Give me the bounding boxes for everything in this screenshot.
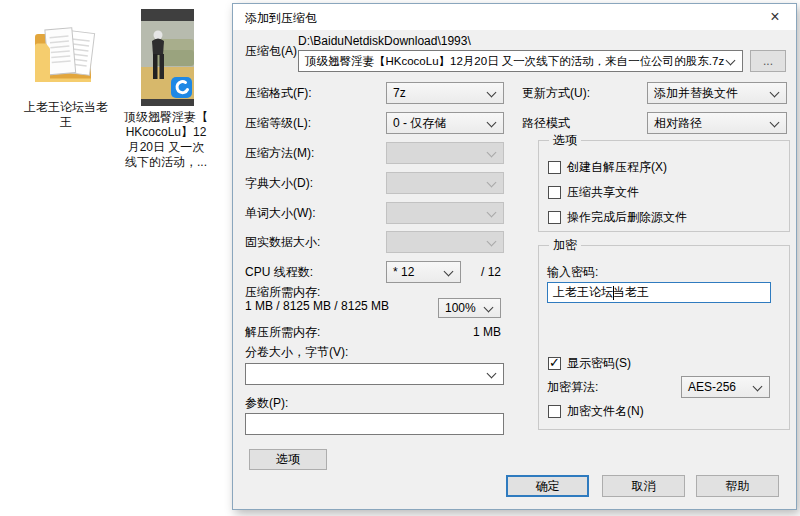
close-icon[interactable]: × [760,7,790,27]
dialog-titlebar: 添加到压缩包 × [233,4,796,30]
encryption-group-title: 加密 [549,238,581,252]
encryption-method-value: AES-256 [688,380,736,394]
browse-button[interactable]: ... [750,50,786,72]
help-button[interactable]: 帮助 [696,475,779,497]
chevron-down-icon [487,148,497,158]
password-value: 上老王论坛当老王 [553,285,649,299]
dict-size-combo [386,172,504,194]
folder-icon [28,20,106,98]
checkbox-create-sfx[interactable]: 创建自解压程序(X) [548,160,667,174]
chevron-down-icon [487,369,497,379]
checkbox-delete-after-label: 操作完成后删除源文件 [567,210,687,224]
checkbox-show-password[interactable]: 显示密码(S) [548,356,631,370]
chevron-down-icon [770,88,780,98]
solid-size-label: 固实数据大小: [245,235,320,249]
word-size-label: 单词大小(W): [245,206,316,220]
video-label-line1: 顶级翘臀淫妻【 [116,110,216,125]
password-label: 输入密码: [547,265,598,279]
archive-label: 压缩包(A) [245,44,297,58]
checkbox-encrypt-names-label: 加密文件名(N) [567,404,644,418]
video-label-line2: HKcocoLu】12 [116,125,216,140]
checkbox-box [548,405,561,418]
chevron-down-icon [487,208,497,218]
archive-name-combo[interactable]: 顶级翘臀淫妻【HKcocoLu】12月20日 又一次线下的活动，来自一位公司的股… [298,50,743,72]
format-combo[interactable]: 7z [386,82,504,104]
desktop-icon-video[interactable]: 顶级翘臀淫妻【 HKcocoLu】12 月20日 又一次 线下的活动，... [114,4,218,164]
memory-compress-detail: 1 MB / 8125 MB / 8125 MB [245,299,389,313]
checkbox-compress-shared[interactable]: 压缩共享文件 [548,185,639,199]
options-group-title: 选项 [549,133,581,147]
memory-decompress-label: 解压所需内存: [245,325,320,339]
cpu-threads-combo[interactable]: * 12 [386,261,461,283]
path-mode-combo[interactable]: 相对路径 [647,112,787,134]
memory-compress-label: 压缩所需内存: [245,285,320,299]
checkbox-box [548,161,561,174]
dialog-title: 添加到压缩包 [245,10,317,27]
chevron-down-icon [770,118,780,128]
chevron-down-icon [487,88,497,98]
cpu-threads-label: CPU 线程数: [245,265,313,279]
desktop-video-label: 顶级翘臀淫妻【 HKcocoLu】12 月20日 又一次 线下的活动，... [116,110,216,170]
path-mode-label: 路径模式 [522,116,570,130]
checkbox-compress-shared-label: 压缩共享文件 [567,185,639,199]
chevron-down-icon [726,56,736,66]
add-to-archive-dialog: 添加到压缩包 × 压缩包(A) D:\BaiduNetdiskDownload\… [232,3,797,510]
cancel-button[interactable]: 取消 [602,475,685,497]
update-mode-value: 添加并替换文件 [654,86,738,100]
checkbox-encrypt-names[interactable]: 加密文件名(N) [548,404,644,418]
checkbox-delete-after[interactable]: 操作完成后删除源文件 [548,210,687,224]
checkbox-box [548,357,561,370]
video-thumbnail [141,9,194,106]
encryption-method-combo[interactable]: AES-256 [681,376,770,398]
method-combo [386,142,504,164]
memory-percent-value: 100% [445,301,476,315]
chevron-down-icon [487,237,497,247]
desktop-icon-folder[interactable]: 上老王论坛当老 王 [6,12,126,137]
cpu-threads-value: * 12 [393,265,414,279]
parameters-label: 参数(P): [245,396,288,410]
options-button[interactable]: 选项 [249,449,327,470]
chevron-down-icon [753,382,763,392]
split-size-label: 分卷大小，字节(V): [245,345,348,359]
video-player-badge-icon [171,77,192,98]
parameters-input[interactable] [245,413,504,435]
solid-size-combo [386,231,504,253]
checkbox-box [548,211,561,224]
update-mode-label: 更新方式(U): [522,86,590,100]
path-mode-value: 相对路径 [654,116,702,130]
memory-percent-combo[interactable]: 100% [438,298,501,318]
archive-dir-path: D:\BaiduNetdiskDownload\1993\ [298,34,471,48]
cpu-threads-max: / 12 [458,265,501,279]
update-mode-combo[interactable]: 添加并替换文件 [647,82,787,104]
video-label-line3: 月20日 又一次 [116,140,216,155]
archive-name-value: 顶级翘臀淫妻【HKcocoLu】12月20日 又一次线下的活动，来自一位公司的股… [305,55,724,67]
format-value: 7z [393,86,406,100]
ok-button[interactable]: 确定 [506,475,589,497]
folder-label-line1: 上老王论坛当老 [6,100,126,115]
memory-decompress-value: 1 MB [423,325,501,339]
chevron-down-icon [484,303,494,313]
video-label-line4: 线下的活动，... [116,155,216,170]
checkbox-show-password-label: 显示密码(S) [567,356,631,370]
word-size-combo [386,202,504,224]
format-label: 压缩格式(F): [245,86,312,100]
encryption-method-label: 加密算法: [547,380,598,394]
desktop-folder-label: 上老王论坛当老 王 [6,100,126,130]
chevron-down-icon [487,118,497,128]
split-size-combo[interactable] [245,363,504,385]
folder-label-line2: 王 [6,115,126,130]
text-caret [613,286,614,300]
password-input[interactable]: 上老王论坛当老王 [547,282,771,303]
chevron-down-icon [487,178,497,188]
level-label: 压缩等级(L): [245,116,311,130]
dict-size-label: 字典大小(D): [245,176,313,190]
level-value: 0 - 仅存储 [393,116,446,130]
level-combo[interactable]: 0 - 仅存储 [386,112,504,134]
method-label: 压缩方法(M): [245,146,314,160]
checkbox-box [548,186,561,199]
checkbox-create-sfx-label: 创建自解压程序(X) [567,160,667,174]
chevron-down-icon [444,267,454,277]
